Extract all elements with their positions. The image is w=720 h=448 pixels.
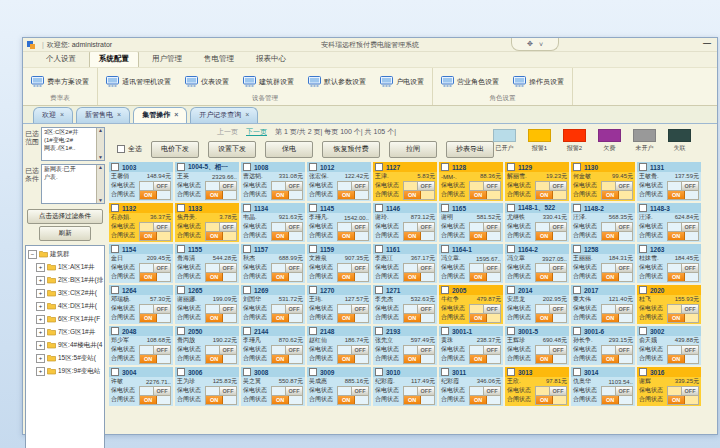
expand-plus-icon[interactable]: + xyxy=(36,354,45,363)
switch-toggle[interactable]: ON xyxy=(271,272,303,282)
select-all[interactable]: 全选 xyxy=(117,144,142,154)
card-checkbox[interactable] xyxy=(111,245,119,253)
card-checkbox[interactable] xyxy=(309,204,317,212)
menu-tab-3[interactable]: 用户管理 xyxy=(143,52,191,67)
tree-item-4[interactable]: +4区:D区1#井( xyxy=(28,300,104,313)
listbox-scrollbar[interactable]: ▲▼ xyxy=(96,128,104,160)
card-checkbox[interactable] xyxy=(507,368,515,376)
card-checkbox[interactable] xyxy=(441,204,449,212)
card-checkbox[interactable] xyxy=(375,163,383,171)
switch-toggle[interactable]: ON xyxy=(469,395,501,405)
switch-toggle[interactable]: ON xyxy=(271,313,303,323)
card-checkbox[interactable] xyxy=(507,327,515,335)
card-checkbox[interactable] xyxy=(177,163,185,171)
card-checkbox[interactable] xyxy=(309,163,317,171)
switch-toggle[interactable]: ON xyxy=(403,272,435,282)
switch-toggle[interactable]: ON xyxy=(667,231,699,241)
switch-toggle[interactable]: ON xyxy=(535,395,567,405)
ribbon-button-1-1[interactable]: 费率方案设置 xyxy=(29,74,91,90)
switch-toggle[interactable]: ON xyxy=(601,272,633,282)
card-checkbox[interactable] xyxy=(639,245,647,253)
switch-toggle[interactable]: ON xyxy=(205,272,237,282)
switch-toggle[interactable]: ON xyxy=(601,354,633,364)
switch-toggle[interactable]: ON xyxy=(667,313,699,323)
switch-toggle[interactable]: ON xyxy=(139,272,171,282)
expand-plus-icon[interactable]: + xyxy=(36,367,45,376)
switch-toggle[interactable]: ON xyxy=(205,313,237,323)
ribbon-button-3-2[interactable]: 操作员设置 xyxy=(511,74,566,90)
switch-toggle[interactable]: ON xyxy=(667,272,699,282)
switch-toggle[interactable]: ON xyxy=(667,354,699,364)
switch-toggle[interactable]: ON xyxy=(337,272,369,282)
expand-plus-icon[interactable]: + xyxy=(36,276,45,285)
card-checkbox[interactable] xyxy=(573,204,581,212)
switch-toggle[interactable]: ON xyxy=(403,354,435,364)
switch-toggle[interactable]: ON xyxy=(205,190,237,200)
switch-toggle[interactable]: ON xyxy=(337,313,369,323)
expand-plus-icon[interactable]: + xyxy=(36,315,45,324)
card-checkbox[interactable] xyxy=(309,327,317,335)
card-checkbox[interactable] xyxy=(177,245,185,253)
switch-toggle[interactable]: ON xyxy=(403,231,435,241)
card-checkbox[interactable] xyxy=(441,286,449,294)
close-icon[interactable]: × xyxy=(60,112,64,118)
switch-toggle[interactable]: ON xyxy=(139,395,171,405)
card-checkbox[interactable] xyxy=(573,368,581,376)
switch-toggle[interactable]: ON xyxy=(205,354,237,364)
card-checkbox[interactable] xyxy=(177,204,185,212)
ribbon-button-2-3[interactable]: 建筑群设置 xyxy=(241,74,296,90)
switch-toggle[interactable]: ON xyxy=(205,395,237,405)
card-checkbox[interactable] xyxy=(309,368,317,376)
card-checkbox[interactable] xyxy=(573,163,581,171)
selected-condition-listbox[interactable]: 新网表:已开户表.▲▼ xyxy=(41,164,105,204)
switch-toggle[interactable]: ON xyxy=(601,395,633,405)
close-icon[interactable]: × xyxy=(245,112,249,118)
card-checkbox[interactable] xyxy=(111,286,119,294)
ribbon-button-2-5[interactable]: 户电设置 xyxy=(378,74,426,90)
toolbar-button-2[interactable]: 设置下发 xyxy=(208,141,256,158)
switch-toggle[interactable]: ON xyxy=(469,313,501,323)
card-checkbox[interactable] xyxy=(639,286,647,294)
card-checkbox[interactable] xyxy=(111,204,119,212)
collapse-chevron-icon[interactable]: ˅ xyxy=(539,41,543,48)
scroll-up-icon[interactable]: ▲ xyxy=(98,165,103,170)
switch-toggle[interactable]: ON xyxy=(535,354,567,364)
toolbar-button-6[interactable]: 抄表导出 xyxy=(446,141,494,158)
switch-toggle[interactable]: ON xyxy=(337,190,369,200)
switch-toggle[interactable]: ON xyxy=(601,190,633,200)
ribbon-button-3-1[interactable]: 营业角色设置 xyxy=(439,74,501,90)
switch-toggle[interactable]: ON xyxy=(469,354,501,364)
card-checkbox[interactable] xyxy=(177,327,185,335)
card-checkbox[interactable] xyxy=(573,327,581,335)
switch-toggle[interactable]: ON xyxy=(205,231,237,241)
close-icon[interactable]: × xyxy=(117,112,121,118)
switch-toggle[interactable]: ON xyxy=(535,231,567,241)
switch-toggle[interactable]: ON xyxy=(139,190,171,200)
toolbar-button-1[interactable]: 电价下发 xyxy=(151,141,199,158)
minimize-button[interactable]: — xyxy=(701,39,713,48)
card-checkbox[interactable] xyxy=(639,204,647,212)
card-checkbox[interactable] xyxy=(375,327,383,335)
switch-toggle[interactable]: ON xyxy=(271,395,303,405)
card-checkbox[interactable] xyxy=(441,163,449,171)
menu-tab-4[interactable]: 售电管理 xyxy=(195,52,243,67)
card-checkbox[interactable] xyxy=(507,204,515,212)
switch-toggle[interactable]: ON xyxy=(535,190,567,200)
close-icon[interactable]: × xyxy=(174,112,178,118)
card-checkbox[interactable] xyxy=(375,368,383,376)
select-all-checkbox[interactable] xyxy=(117,145,125,153)
toolbar-button-5[interactable]: 拉闸 xyxy=(389,141,437,158)
expand-icon[interactable]: ✥ xyxy=(527,40,533,48)
card-checkbox[interactable] xyxy=(243,286,251,294)
listbox-scrollbar[interactable]: ▲▼ xyxy=(96,165,104,203)
card-checkbox[interactable] xyxy=(573,245,581,253)
card-checkbox[interactable] xyxy=(111,368,119,376)
switch-toggle[interactable]: ON xyxy=(337,395,369,405)
tree-item-9[interactable]: +19区:9#变电站 xyxy=(28,365,104,378)
card-checkbox[interactable] xyxy=(243,163,251,171)
card-checkbox[interactable] xyxy=(309,245,317,253)
card-checkbox[interactable] xyxy=(639,368,647,376)
ribbon-button-2-2[interactable]: 仪表设置 xyxy=(183,74,231,90)
switch-toggle[interactable]: ON xyxy=(667,190,699,200)
card-checkbox[interactable] xyxy=(639,163,647,171)
